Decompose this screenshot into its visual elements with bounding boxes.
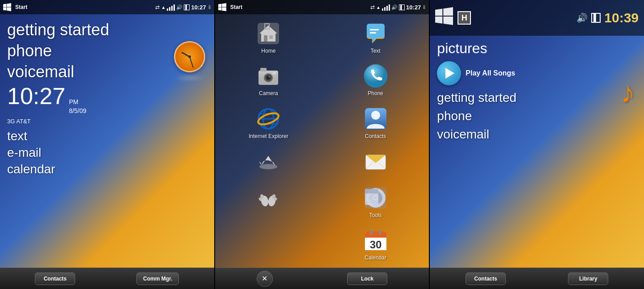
menu-email[interactable]: e-mail xyxy=(7,145,207,160)
app-tools-label: Tools xyxy=(369,212,382,218)
svg-rect-47 xyxy=(365,236,386,238)
transfer-icon-2: ⇄ xyxy=(370,4,375,10)
extra-icon xyxy=(256,232,281,257)
app-calendar[interactable]: 30 Calendar xyxy=(322,223,429,266)
app-home[interactable]: Home xyxy=(215,16,322,59)
svg-rect-52 xyxy=(379,230,381,235)
clock-face xyxy=(174,41,205,72)
music-note-icon: ♪ xyxy=(621,76,635,109)
comm-mgr-button[interactable]: Comm Mgr. xyxy=(136,272,179,285)
svg-rect-6 xyxy=(370,32,376,34)
signal-icon-2: ▲ xyxy=(376,5,381,10)
battery-icon-2: ▌ xyxy=(399,4,405,10)
contacts-icon xyxy=(363,106,388,131)
status-time-3: 10:39 xyxy=(604,10,639,25)
menu-text[interactable]: text xyxy=(7,128,207,144)
contacts-button-1[interactable]: Contacts xyxy=(35,272,75,285)
clock-center xyxy=(188,55,191,58)
home-icon xyxy=(256,21,281,46)
menu-getting-started[interactable]: getting started xyxy=(7,20,207,40)
bottom-bar-1: Contacts Comm Mgr. xyxy=(0,268,214,289)
pictures-heading: pictures xyxy=(437,40,637,57)
play-triangle-icon xyxy=(445,68,454,79)
menu-voicemail-3[interactable]: voicemail xyxy=(437,126,637,142)
windows-logo-icon-2 xyxy=(218,3,227,12)
app-ie-label: Internet Explorer xyxy=(249,133,288,139)
app-contacts-label: Contacts xyxy=(365,133,386,139)
clock-reflection xyxy=(174,73,205,82)
contacts-button-3[interactable]: Contacts xyxy=(466,272,506,285)
app-grid: Home Text xyxy=(215,14,429,268)
battery-icon-3: ▌ xyxy=(591,13,601,23)
svg-rect-9 xyxy=(260,68,267,71)
library-button[interactable]: Library xyxy=(568,272,608,285)
screen-1: Start ⇄ ▲ 🔊 ▌ 10:27 ⇩ getting started ph… xyxy=(0,0,214,289)
app-text[interactable]: Text xyxy=(322,16,429,59)
app-camera[interactable]: Camera xyxy=(215,59,322,102)
app-maps[interactable] xyxy=(215,144,322,181)
status-icons-2: ⇄ ▲ 🔊 ▌ 10:27 ⇩ xyxy=(370,4,426,11)
volume-icon-3: 🔊 xyxy=(576,13,588,23)
signal-icon-1: ▲ xyxy=(161,5,165,10)
svg-rect-2 xyxy=(264,35,267,42)
play-all-row[interactable]: Play All Songs xyxy=(437,61,637,85)
svg-rect-51 xyxy=(370,230,373,235)
svg-point-13 xyxy=(269,76,270,78)
app-calendar-label: Calendar xyxy=(364,255,386,261)
minute-hand xyxy=(189,57,194,68)
bottom-bar-2: ✕ Lock xyxy=(215,268,429,289)
app-tools[interactable]: Tools xyxy=(322,180,429,223)
app-email[interactable] xyxy=(322,144,429,181)
camera-icon xyxy=(256,63,281,88)
app-ie[interactable]: Internet Explorer xyxy=(215,101,322,144)
menu-phone-3[interactable]: phone xyxy=(437,108,637,124)
svg-point-16 xyxy=(364,64,387,88)
signal-bars-1 xyxy=(167,4,175,11)
screen1-content: getting started phone voicemail 10:27 PM… xyxy=(0,14,214,268)
date: 8/5/09 xyxy=(69,107,86,116)
play-button[interactable] xyxy=(437,61,461,85)
download-icon-1: ⇩ xyxy=(208,4,212,10)
svg-rect-14 xyxy=(273,72,275,74)
time-details: PM 8/5/09 xyxy=(69,98,86,115)
transfer-icon-1: ⇄ xyxy=(155,4,160,10)
windows-logo-icon-1 xyxy=(3,3,12,12)
svg-text:30: 30 xyxy=(369,239,381,251)
play-all-label: Play All Songs xyxy=(466,69,515,77)
bottom-bar-3: Contacts Library xyxy=(430,268,644,289)
screen-3: H 🔊 ▌ 10:39 pictures Play All Songs ♪ ge… xyxy=(430,0,644,289)
status-icons-3: 🔊 ▌ 10:39 xyxy=(576,10,639,25)
status-icons-1: ⇄ ▲ 🔊 ▌ 10:27 ⇩ xyxy=(155,4,211,11)
lock-button[interactable]: Lock xyxy=(347,272,387,285)
windows-logo-icon-3 xyxy=(435,7,453,29)
svg-rect-44 xyxy=(365,189,378,193)
app-camera-label: Camera xyxy=(259,90,278,96)
volume-icon-1: 🔊 xyxy=(176,4,182,10)
carrier: 3G AT&T xyxy=(7,118,207,125)
volume-icon-2: 🔊 xyxy=(391,4,398,10)
svg-point-24 xyxy=(259,164,277,169)
app-phone[interactable]: Phone xyxy=(322,59,429,102)
svg-rect-3 xyxy=(269,35,273,39)
app-contacts[interactable]: Contacts xyxy=(322,101,429,144)
ie-icon xyxy=(256,106,281,131)
ampm: PM xyxy=(69,98,86,107)
status-title-1: Start xyxy=(15,4,153,10)
app-extra[interactable] xyxy=(215,223,322,266)
feet-icon xyxy=(256,188,281,214)
close-button[interactable]: ✕ xyxy=(257,271,273,287)
maps-icon xyxy=(256,149,281,174)
status-time-2: 10:27 xyxy=(406,4,421,11)
app-home-label: Home xyxy=(261,48,275,54)
signal-bars-2 xyxy=(382,4,390,11)
status-bar-2: Start ⇄ ▲ 🔊 ▌ 10:27 ⇩ xyxy=(215,0,429,14)
screen3-content: pictures Play All Songs ♪ getting starte… xyxy=(430,36,644,268)
time-block: 10:27 PM 8/5/09 xyxy=(7,84,207,115)
status-time-1: 10:27 xyxy=(191,4,206,11)
status-bar-3: H 🔊 ▌ 10:39 xyxy=(430,0,644,36)
battery-icon-1: ▌ xyxy=(184,4,190,10)
app-feet[interactable] xyxy=(215,180,322,223)
menu-getting-started-3[interactable]: getting started xyxy=(437,90,637,105)
text-icon xyxy=(363,21,388,46)
menu-calendar[interactable]: calendar xyxy=(7,161,207,177)
